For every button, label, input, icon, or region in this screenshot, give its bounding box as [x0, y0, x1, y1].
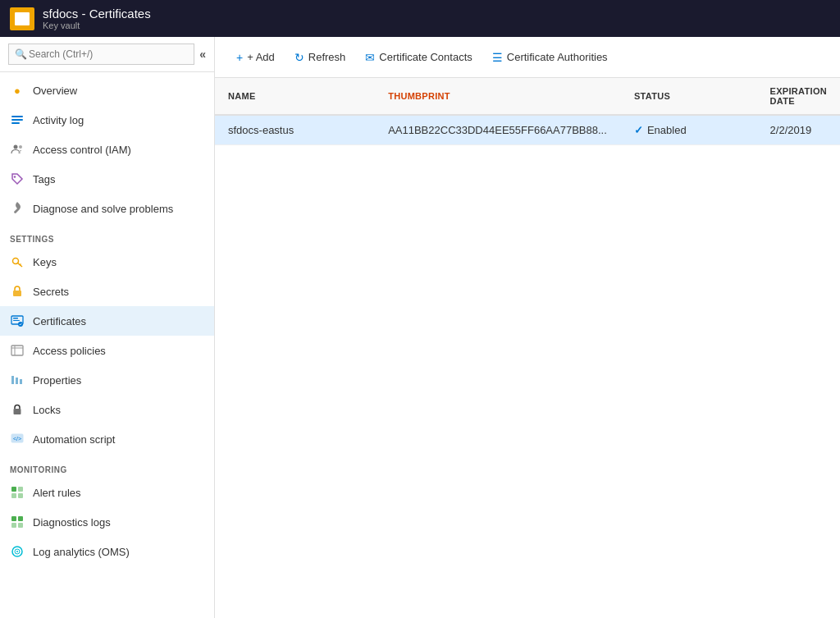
table-row[interactable]: sfdocs-eastus AA11BB22CC33DD44EE55FF66AA…	[215, 115, 840, 145]
svg-point-3	[14, 145, 18, 149]
sidebar-label-secrets: Secrets	[33, 286, 69, 298]
sidebar: 🔍 « ● Overview Activity log	[0, 37, 215, 618]
svg-rect-26	[18, 493, 23, 498]
cell-status: ✓ Enabled	[621, 115, 757, 145]
svg-rect-1	[11, 119, 23, 121]
sidebar-item-access-control[interactable]: Access control (IAM)	[0, 135, 214, 164]
contacts-label: Certificate Contacts	[379, 51, 472, 63]
checkmark-icon: ✓	[634, 124, 643, 136]
sidebar-label-diagnostics-logs: Diagnostics logs	[33, 516, 111, 529]
sidebar-item-properties[interactable]: Properties	[0, 365, 214, 395]
sidebar-label-keys: Keys	[33, 256, 57, 268]
add-button[interactable]: + + Add	[228, 46, 283, 69]
certificate-authorities-button[interactable]: ☰ Certificate Authorities	[484, 46, 616, 69]
people-icon	[10, 142, 25, 157]
svg-rect-17	[11, 376, 14, 384]
sidebar-item-tags[interactable]: Tags	[0, 164, 214, 194]
search-input[interactable]	[8, 43, 194, 65]
certificate-contacts-button[interactable]: ✉ Certificate Contacts	[357, 46, 480, 69]
cert-icon	[10, 314, 25, 328]
log-icon	[10, 544, 25, 559]
sidebar-label-log-analytics: Log analytics (OMS)	[33, 546, 130, 558]
sidebar-item-access-policies[interactable]: Access policies	[0, 336, 214, 365]
sidebar-label-diagnose: Diagnose and solve problems	[33, 203, 173, 215]
svg-rect-30	[18, 523, 23, 528]
svg-rect-29	[11, 523, 16, 528]
list-icon: ☰	[492, 51, 503, 64]
sidebar-item-locks[interactable]: Locks	[0, 395, 214, 424]
sidebar-label-activity-log: Activity log	[33, 114, 84, 126]
sidebar-nav: ● Overview Activity log Access control (…	[0, 72, 214, 570]
col-header-status: STATUS	[621, 78, 757, 115]
sidebar-label-automation: Automation script	[33, 433, 115, 446]
sidebar-item-overview[interactable]: ● Overview	[0, 76, 214, 105]
cell-thumbprint: AA11BB22CC33DD44EE55FF66AA77BB88...	[375, 115, 621, 145]
svg-rect-28	[18, 516, 23, 521]
col-header-name: NAME	[215, 78, 375, 115]
table-area: NAME THUMBPRINT STATUS EXPIRATION DATE s…	[215, 78, 840, 618]
svg-rect-14	[11, 346, 23, 355]
monitoring-section-label: MONITORING	[0, 454, 214, 478]
sidebar-label-properties: Properties	[33, 374, 81, 387]
sidebar-label-overview: Overview	[33, 85, 77, 97]
content-panel: + + Add ↻ Refresh ✉ Certificate Contacts…	[215, 37, 840, 618]
table-body: sfdocs-eastus AA11BB22CC33DD44EE55FF66AA…	[215, 115, 840, 145]
collapse-button[interactable]: «	[199, 48, 206, 61]
policy-icon	[10, 343, 25, 358]
secret-icon	[10, 284, 25, 299]
sidebar-item-activity-log[interactable]: Activity log	[0, 105, 214, 135]
sidebar-label-locks: Locks	[33, 404, 61, 416]
svg-rect-23	[11, 487, 16, 492]
app-title: sfdocs - Certificates	[43, 7, 151, 21]
svg-point-33	[16, 551, 18, 552]
sidebar-item-secrets[interactable]: Secrets	[0, 277, 214, 306]
refresh-icon: ↻	[294, 51, 304, 64]
svg-rect-11	[13, 318, 18, 319]
wrench-icon	[10, 201, 25, 216]
props-icon	[10, 373, 25, 387]
svg-rect-20	[14, 409, 21, 414]
alert-icon	[10, 485, 25, 500]
sidebar-label-alert-rules: Alert rules	[33, 487, 81, 499]
add-label: + Add	[247, 51, 275, 63]
authorities-label: Certificate Authorities	[507, 51, 608, 63]
sidebar-item-diagnose[interactable]: Diagnose and solve problems	[0, 194, 214, 223]
toolbar: + + Add ↻ Refresh ✉ Certificate Contacts…	[215, 37, 840, 78]
sidebar-item-keys[interactable]: Keys	[0, 247, 214, 277]
sidebar-label-certificates: Certificates	[33, 315, 86, 327]
svg-point-5	[14, 176, 16, 177]
app-subtitle: Key vault	[43, 21, 151, 30]
sidebar-label-access-control: Access control (IAM)	[33, 144, 131, 156]
sidebar-label-access-policies: Access policies	[33, 345, 106, 357]
refresh-label: Refresh	[308, 51, 346, 63]
diag-icon	[10, 515, 25, 529]
sidebar-item-log-analytics[interactable]: Log analytics (OMS)	[0, 537, 214, 566]
svg-rect-9	[13, 291, 21, 296]
auto-icon: </>	[10, 432, 25, 446]
refresh-button[interactable]: ↻ Refresh	[286, 46, 354, 69]
search-icon: 🔍	[15, 48, 27, 60]
search-bar: 🔍 «	[0, 37, 214, 72]
svg-rect-19	[20, 379, 22, 384]
sidebar-scroll: ● Overview Activity log Access control (…	[0, 72, 214, 618]
app-title-group: sfdocs - Certificates Key vault	[43, 7, 151, 30]
cell-name: sfdocs-eastus	[215, 115, 375, 145]
svg-point-4	[19, 145, 22, 149]
settings-section-label: SETTINGS	[0, 223, 214, 247]
status-text: Enabled	[647, 124, 687, 136]
app-icon	[10, 7, 34, 30]
sidebar-label-tags: Tags	[33, 173, 55, 185]
sidebar-item-diagnostics-logs[interactable]: Diagnostics logs	[0, 507, 214, 537]
sidebar-item-alert-rules[interactable]: Alert rules	[0, 478, 214, 507]
lock-icon	[10, 402, 25, 417]
svg-rect-0	[11, 116, 23, 117]
envelope-icon: ✉	[365, 51, 375, 64]
sidebar-item-automation[interactable]: </> Automation script	[0, 424, 214, 454]
svg-rect-25	[11, 493, 16, 498]
svg-point-6	[13, 259, 19, 264]
col-header-thumbprint: THUMBPRINT	[375, 78, 621, 115]
main-area: 🔍 « ● Overview Activity log	[0, 37, 840, 618]
sidebar-item-certificates[interactable]: Certificates	[0, 306, 214, 336]
cell-expiration: 2/2/2019	[757, 115, 840, 145]
circle-icon: ●	[10, 83, 25, 98]
